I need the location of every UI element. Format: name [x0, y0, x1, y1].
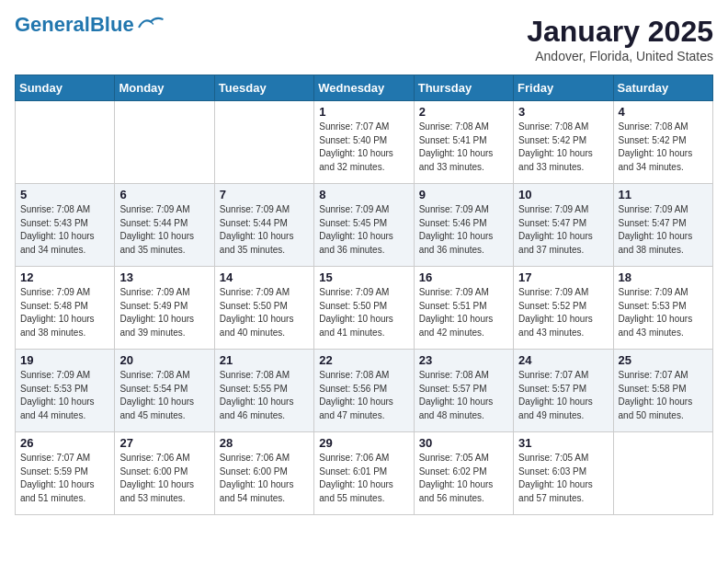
calendar-day-cell: [115, 101, 214, 184]
day-info: Sunrise: 7:09 AM Sunset: 5:47 PM Dayligh…: [619, 203, 708, 257]
day-number: 28: [220, 436, 309, 450]
day-number: 1: [319, 105, 408, 119]
calendar-day-cell: 29Sunrise: 7:06 AM Sunset: 6:01 PM Dayli…: [314, 432, 414, 515]
day-number: 6: [119, 188, 209, 201]
day-info: Sunrise: 7:06 AM Sunset: 6:00 PM Dayligh…: [220, 452, 309, 505]
calendar-week-row: 26Sunrise: 7:07 AM Sunset: 5:59 PM Dayli…: [16, 432, 713, 515]
calendar-day-cell: 2Sunrise: 7:08 AM Sunset: 5:41 PM Daylig…: [414, 101, 513, 184]
day-number: 10: [518, 188, 608, 201]
day-info: Sunrise: 7:09 AM Sunset: 5:53 PM Dayligh…: [20, 369, 109, 422]
day-number: 11: [619, 188, 708, 201]
logo: GeneralBlue: [15, 15, 164, 35]
day-info: Sunrise: 7:09 AM Sunset: 5:50 PM Dayligh…: [319, 286, 408, 339]
day-info: Sunrise: 7:09 AM Sunset: 5:53 PM Dayligh…: [619, 286, 708, 339]
day-number: 4: [619, 105, 708, 119]
calendar-day-cell: 28Sunrise: 7:06 AM Sunset: 6:00 PM Dayli…: [214, 432, 313, 515]
day-info: Sunrise: 7:09 AM Sunset: 5:49 PM Dayligh…: [119, 286, 209, 339]
calendar-day-cell: 11Sunrise: 7:09 AM Sunset: 5:47 PM Dayli…: [613, 184, 712, 267]
calendar-week-row: 5Sunrise: 7:08 AM Sunset: 5:43 PM Daylig…: [16, 184, 713, 267]
day-number: 17: [518, 270, 608, 284]
calendar-week-row: 12Sunrise: 7:09 AM Sunset: 5:48 PM Dayli…: [16, 267, 713, 350]
calendar-header-row: SundayMondayTuesdayWednesdayThursdayFrid…: [16, 75, 713, 101]
calendar-table: SundayMondayTuesdayWednesdayThursdayFrid…: [15, 75, 713, 515]
logo-bird-icon: [138, 15, 164, 31]
calendar-day-cell: 1Sunrise: 7:07 AM Sunset: 5:40 PM Daylig…: [314, 101, 414, 184]
day-info: Sunrise: 7:07 AM Sunset: 5:59 PM Dayligh…: [20, 452, 109, 505]
day-number: 29: [319, 436, 408, 450]
calendar-day-cell: 19Sunrise: 7:09 AM Sunset: 5:53 PM Dayli…: [16, 350, 115, 432]
calendar-day-cell: [16, 101, 115, 184]
day-number: 15: [319, 270, 408, 284]
calendar-week-row: 1Sunrise: 7:07 AM Sunset: 5:40 PM Daylig…: [16, 101, 713, 184]
day-info: Sunrise: 7:07 AM Sunset: 5:40 PM Dayligh…: [319, 121, 408, 174]
day-number: 22: [319, 353, 408, 367]
day-number: 9: [419, 188, 508, 201]
calendar-day-cell: 3Sunrise: 7:08 AM Sunset: 5:42 PM Daylig…: [514, 101, 613, 184]
day-info: Sunrise: 7:08 AM Sunset: 5:42 PM Dayligh…: [518, 121, 608, 174]
calendar-week-row: 19Sunrise: 7:09 AM Sunset: 5:53 PM Dayli…: [16, 350, 713, 432]
calendar-day-cell: [214, 101, 313, 184]
day-number: 7: [220, 188, 309, 201]
day-info: Sunrise: 7:09 AM Sunset: 5:44 PM Dayligh…: [119, 203, 209, 257]
day-info: Sunrise: 7:09 AM Sunset: 5:44 PM Dayligh…: [220, 203, 309, 257]
day-number: 12: [20, 270, 109, 284]
day-number: 23: [419, 353, 508, 367]
day-number: 25: [619, 353, 708, 367]
day-of-week-header: Thursday: [414, 75, 513, 101]
day-number: 14: [220, 270, 309, 284]
calendar-day-cell: 6Sunrise: 7:09 AM Sunset: 5:44 PM Daylig…: [115, 184, 214, 267]
day-info: Sunrise: 7:07 AM Sunset: 5:58 PM Dayligh…: [619, 369, 708, 422]
day-info: Sunrise: 7:09 AM Sunset: 5:52 PM Dayligh…: [518, 286, 608, 339]
title-block: January 2025 Andover, Florida, United St…: [527, 15, 713, 63]
day-info: Sunrise: 7:09 AM Sunset: 5:48 PM Dayligh…: [20, 286, 109, 339]
day-number: 18: [619, 270, 708, 284]
day-number: 26: [20, 436, 109, 450]
calendar-day-cell: 26Sunrise: 7:07 AM Sunset: 5:59 PM Dayli…: [16, 432, 115, 515]
calendar-day-cell: 23Sunrise: 7:08 AM Sunset: 5:57 PM Dayli…: [414, 350, 513, 432]
day-of-week-header: Wednesday: [314, 75, 414, 101]
calendar-day-cell: 31Sunrise: 7:05 AM Sunset: 6:03 PM Dayli…: [514, 432, 613, 515]
page-header: GeneralBlue January 2025 Andover, Florid…: [15, 15, 713, 63]
day-number: 31: [518, 436, 608, 450]
day-info: Sunrise: 7:09 AM Sunset: 5:46 PM Dayligh…: [419, 203, 508, 257]
day-number: 21: [220, 353, 309, 367]
day-info: Sunrise: 7:08 AM Sunset: 5:43 PM Dayligh…: [20, 203, 109, 257]
day-info: Sunrise: 7:08 AM Sunset: 5:54 PM Dayligh…: [119, 369, 209, 422]
day-of-week-header: Sunday: [16, 75, 115, 101]
calendar-day-cell: 10Sunrise: 7:09 AM Sunset: 5:47 PM Dayli…: [514, 184, 613, 267]
day-of-week-header: Monday: [115, 75, 214, 101]
day-number: 20: [119, 353, 209, 367]
calendar-day-cell: 22Sunrise: 7:08 AM Sunset: 5:56 PM Dayli…: [314, 350, 414, 432]
calendar-day-cell: [613, 432, 712, 515]
calendar-day-cell: 18Sunrise: 7:09 AM Sunset: 5:53 PM Dayli…: [613, 267, 712, 350]
calendar-day-cell: 16Sunrise: 7:09 AM Sunset: 5:51 PM Dayli…: [414, 267, 513, 350]
calendar-day-cell: 25Sunrise: 7:07 AM Sunset: 5:58 PM Dayli…: [613, 350, 712, 432]
day-number: 19: [20, 353, 109, 367]
calendar-day-cell: 13Sunrise: 7:09 AM Sunset: 5:49 PM Dayli…: [115, 267, 214, 350]
calendar-day-cell: 20Sunrise: 7:08 AM Sunset: 5:54 PM Dayli…: [115, 350, 214, 432]
day-info: Sunrise: 7:05 AM Sunset: 6:03 PM Dayligh…: [518, 452, 608, 505]
day-info: Sunrise: 7:06 AM Sunset: 6:01 PM Dayligh…: [319, 452, 408, 505]
day-number: 16: [419, 270, 508, 284]
logo-text: GeneralBlue: [15, 15, 134, 35]
day-of-week-header: Saturday: [613, 75, 712, 101]
calendar-day-cell: 30Sunrise: 7:05 AM Sunset: 6:02 PM Dayli…: [414, 432, 513, 515]
day-of-week-header: Friday: [514, 75, 613, 101]
month-title: January 2025: [527, 15, 713, 49]
day-info: Sunrise: 7:07 AM Sunset: 5:57 PM Dayligh…: [518, 369, 608, 422]
day-info: Sunrise: 7:08 AM Sunset: 5:56 PM Dayligh…: [319, 369, 408, 422]
day-info: Sunrise: 7:09 AM Sunset: 5:45 PM Dayligh…: [319, 203, 408, 257]
calendar-day-cell: 9Sunrise: 7:09 AM Sunset: 5:46 PM Daylig…: [414, 184, 513, 267]
day-number: 5: [20, 188, 109, 201]
day-info: Sunrise: 7:06 AM Sunset: 6:00 PM Dayligh…: [119, 452, 209, 505]
calendar-day-cell: 27Sunrise: 7:06 AM Sunset: 6:00 PM Dayli…: [115, 432, 214, 515]
day-of-week-header: Tuesday: [214, 75, 313, 101]
day-info: Sunrise: 7:08 AM Sunset: 5:42 PM Dayligh…: [619, 121, 708, 174]
calendar-day-cell: 8Sunrise: 7:09 AM Sunset: 5:45 PM Daylig…: [314, 184, 414, 267]
calendar-day-cell: 12Sunrise: 7:09 AM Sunset: 5:48 PM Dayli…: [16, 267, 115, 350]
calendar-day-cell: 7Sunrise: 7:09 AM Sunset: 5:44 PM Daylig…: [214, 184, 313, 267]
day-info: Sunrise: 7:08 AM Sunset: 5:57 PM Dayligh…: [419, 369, 508, 422]
day-number: 8: [319, 188, 408, 201]
day-number: 30: [419, 436, 508, 450]
day-number: 27: [119, 436, 209, 450]
